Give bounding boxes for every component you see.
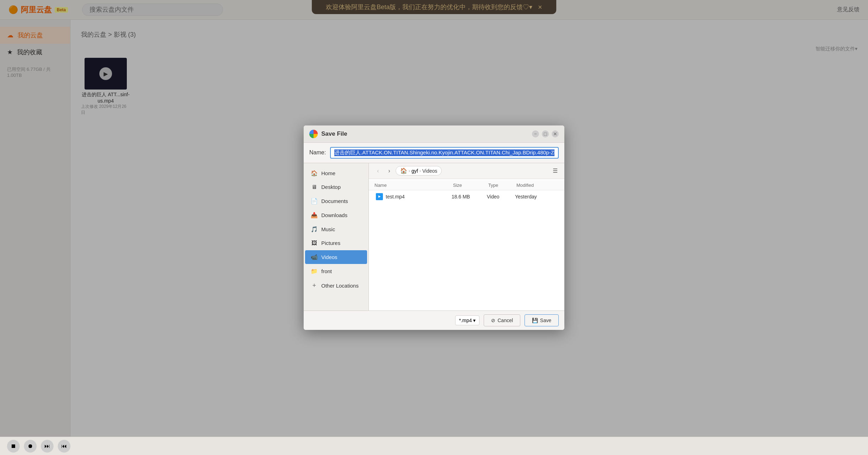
col-modified: Modified [516,183,559,188]
documents-icon: 📄 [311,198,318,204]
dialog-footer: *.mp4 ▾ ⊘ Cancel 💾 Save [304,310,564,330]
breadcrumb-parent: gyf [411,168,418,174]
left-item-other-locations[interactable]: + Other Locations [305,278,367,293]
home-label: Home [321,170,335,176]
app-bottombar: ⏹ ⏺ ⏭ ⏮ [0,437,868,455]
left-item-desktop[interactable]: 🖥 Desktop [305,180,367,194]
other-locations-label: Other Locations [321,283,359,289]
col-type: Type [488,183,516,188]
left-item-documents[interactable]: 📄 Documents [305,194,367,208]
right-panel: ‹ › 🏠 › gyf › Videos ☰ Name [369,163,564,310]
table-row[interactable]: ▶ test.mp4 18.6 MB Video Yesterday [370,190,563,203]
left-item-front[interactable]: 📁 front [305,264,367,278]
dialog-title-text: Save File [321,130,347,137]
dialog-titlebar: Save File － □ ✕ [304,125,564,143]
left-item-pictures[interactable]: 🖼 Pictures [305,236,367,250]
row-size: 18.6 MB [452,194,487,199]
cancel-button[interactable]: ⊘ Cancel [484,314,520,326]
file-list-area: Name Size Type Modified ▶ test.mp4 18.6 … [369,179,564,310]
dialog-maximize-button[interactable]: □ [542,130,549,137]
col-name: Name [374,183,453,188]
left-item-home[interactable]: 🏠 Home [305,166,367,180]
filter-arrow-icon: ▾ [473,318,476,323]
name-label: Name: [309,149,326,156]
dialog-overlay: Save File － □ ✕ Name: 🏠 Home 🖥 [0,0,868,455]
bottom-icon-next[interactable]: ⏭ [41,440,54,453]
cancel-label: Cancel [497,318,513,323]
home-icon: 🏠 [311,170,318,177]
right-toolbar: ‹ › 🏠 › gyf › Videos ☰ [369,163,564,179]
breadcrumb-separator: › [409,168,410,173]
desktop-icon: 🖥 [311,184,318,190]
filename-input[interactable] [330,147,559,159]
pictures-label: Pictures [321,240,340,246]
save-icon: 💾 [532,318,538,323]
pictures-icon: 🖼 [311,240,318,246]
bottom-icon-record[interactable]: ⏺ [24,440,37,453]
dialog-body: 🏠 Home 🖥 Desktop 📄 Documents 📥 Downloads… [304,163,564,310]
bottom-icon-stop[interactable]: ⏹ [7,440,20,453]
view-toggle-button[interactable]: ☰ [550,166,560,176]
music-icon: 🎵 [311,226,318,233]
dialog-close-button[interactable]: ✕ [552,130,559,137]
front-icon: 📁 [311,268,318,275]
chrome-icon [309,130,318,138]
front-label: front [321,268,332,274]
file-list-header: Name Size Type Modified [369,180,564,190]
mp4-icon: ▶ [376,193,383,200]
forward-button[interactable]: › [384,166,394,176]
add-location-icon: + [311,282,318,289]
breadcrumb-pill[interactable]: 🏠 › gyf › Videos [396,166,442,176]
col-size: Size [453,183,488,188]
save-label: Save [540,318,551,323]
downloads-label: Downloads [321,212,347,218]
row-filename: test.mp4 [386,194,405,199]
save-file-dialog: Save File － □ ✕ Name: 🏠 Home 🖥 [304,125,564,330]
desktop-label: Desktop [321,184,341,190]
videos-label: Videos [321,254,337,260]
music-label: Music [321,226,335,232]
filter-value: *.mp4 [459,318,472,323]
breadcrumb-home-icon: 🏠 [400,167,407,174]
dialog-minimize-button[interactable]: － [532,130,539,137]
breadcrumb-current: Videos [422,168,438,174]
save-button[interactable]: 💾 Save [525,314,559,326]
left-item-videos[interactable]: 📹 Videos [305,250,367,264]
filter-select[interactable]: *.mp4 ▾ [455,315,480,325]
row-type: Video [487,194,515,199]
row-modified: Yesterday [515,194,557,199]
back-button[interactable]: ‹ [373,166,383,176]
dialog-controls: － □ ✕ [532,130,559,137]
bottom-icon-prev[interactable]: ⏮ [58,440,70,453]
downloads-icon: 📥 [311,212,318,219]
videos-icon: 📹 [311,254,318,260]
file-icon-cell: ▶ test.mp4 [376,193,452,200]
dialog-title-left: Save File [309,130,347,138]
breadcrumb-separator2: › [420,168,421,173]
cancel-icon: ⊘ [491,318,495,323]
left-panel: 🏠 Home 🖥 Desktop 📄 Documents 📥 Downloads… [304,163,369,310]
name-row: Name: [304,143,564,163]
documents-label: Documents [321,198,348,204]
left-item-downloads[interactable]: 📥 Downloads [305,208,367,222]
left-item-music[interactable]: 🎵 Music [305,222,367,236]
